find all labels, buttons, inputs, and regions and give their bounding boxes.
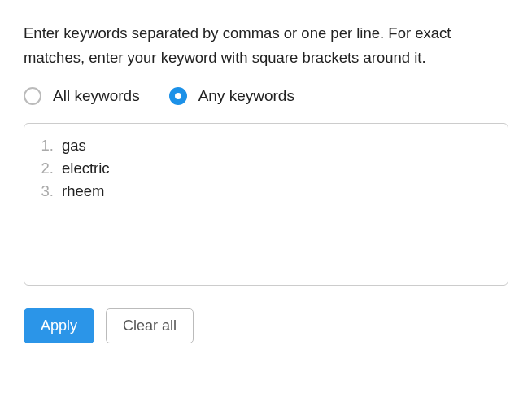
line-number: 1.: [39, 137, 54, 155]
clear-all-button[interactable]: Clear all: [106, 308, 194, 343]
radio-label: Any keywords: [198, 87, 294, 105]
apply-button[interactable]: Apply: [24, 308, 94, 343]
radio-icon: [24, 87, 41, 105]
keyword-filter-panel: Enter keywords separated by commas or on…: [2, 0, 530, 420]
line-number: 2.: [39, 160, 54, 177]
any-keywords-radio[interactable]: Any keywords: [169, 87, 294, 105]
radio-icon: [169, 87, 187, 105]
all-keywords-radio[interactable]: All keywords: [24, 87, 140, 105]
keyword-text: rheem: [62, 182, 104, 200]
keyword-line: 3. rheem: [39, 182, 493, 200]
radio-label: All keywords: [53, 87, 140, 105]
line-number: 3.: [39, 182, 54, 200]
keywords-input[interactable]: 1. gas 2. electric 3. rheem: [24, 123, 508, 286]
action-buttons: Apply Clear all: [24, 308, 508, 343]
keyword-line: 1. gas: [39, 137, 493, 155]
match-mode-radio-group: All keywords Any keywords: [24, 87, 508, 105]
keyword-text: gas: [62, 137, 86, 155]
instructions-text: Enter keywords separated by commas or on…: [24, 21, 508, 69]
keyword-text: electric: [62, 160, 110, 177]
keyword-line: 2. electric: [39, 160, 493, 177]
